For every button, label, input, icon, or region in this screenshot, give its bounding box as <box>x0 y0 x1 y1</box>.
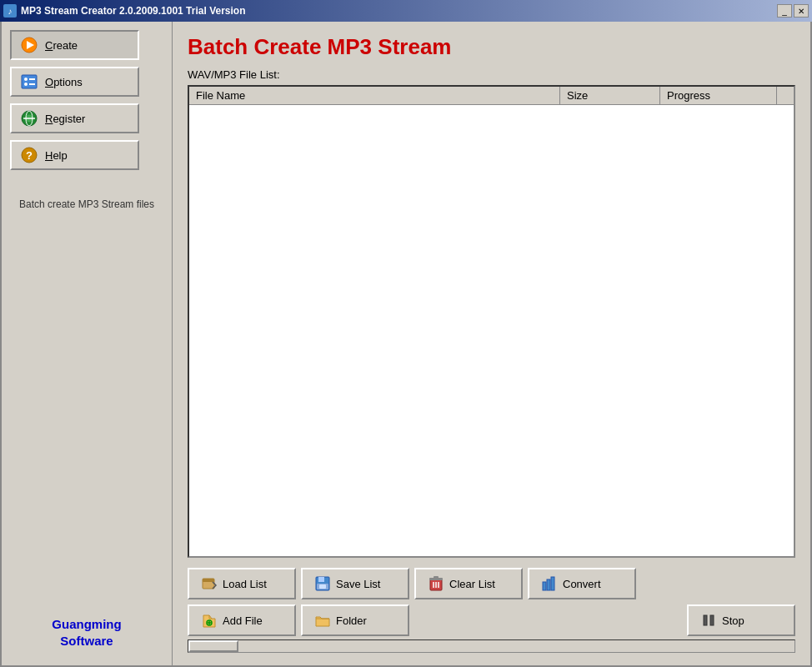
options-label: Options <box>45 76 83 88</box>
add-file-icon <box>201 612 218 629</box>
sidebar-description: Batch create MP3 Stream files <box>10 193 163 216</box>
svg-text:?: ? <box>26 149 33 162</box>
clear-list-icon <box>428 575 444 592</box>
file-list-body <box>189 105 794 439</box>
options-icon <box>20 73 38 91</box>
minimize-button[interactable]: _ <box>777 4 792 18</box>
scrollbar-thumb[interactable] <box>188 640 238 652</box>
svg-rect-18 <box>319 584 326 589</box>
convert-label: Convert <box>563 578 601 590</box>
folder-button[interactable]: Folder <box>301 604 409 636</box>
save-list-button[interactable]: Save List <box>301 568 409 599</box>
load-list-icon <box>201 575 218 592</box>
svg-rect-25 <box>543 582 546 590</box>
help-icon: ? <box>20 146 38 164</box>
stop-label: Stop <box>722 614 744 627</box>
title-bar: ♪ MP3 Stream Creator 2.0.2009.1001 Trial… <box>0 0 812 22</box>
svg-rect-31 <box>704 615 707 625</box>
file-list-container[interactable]: File Name Size Progress <box>188 85 795 558</box>
save-list-icon <box>314 575 331 592</box>
convert-icon <box>541 575 558 592</box>
svg-rect-32 <box>710 615 714 625</box>
col-extra <box>777 87 794 104</box>
svg-rect-16 <box>318 577 324 582</box>
file-list-label: WAV/MP3 File List: <box>188 68 795 81</box>
svg-rect-21 <box>434 576 439 579</box>
register-icon <box>20 109 38 128</box>
svg-rect-27 <box>551 577 554 590</box>
svg-point-5 <box>24 83 28 86</box>
convert-button[interactable]: Convert <box>528 568 636 599</box>
help-button[interactable]: ? Help <box>10 140 139 170</box>
col-size: Size <box>560 87 660 104</box>
stop-icon <box>700 612 717 629</box>
create-button[interactable]: Create <box>10 30 139 60</box>
add-file-label: Add File <box>223 614 263 627</box>
bottom-scrollbar[interactable] <box>188 639 795 653</box>
main-window: Create Options <box>0 22 812 667</box>
svg-rect-26 <box>547 579 550 590</box>
create-label: Create <box>45 39 78 52</box>
register-button[interactable]: Register <box>10 103 139 133</box>
sidebar-footer: Guangming Software <box>10 608 163 657</box>
page-title: Batch Create MP3 Stream <box>188 34 795 60</box>
main-content: Batch Create MP3 Stream WAV/MP3 File Lis… <box>173 22 810 665</box>
sidebar: Create Options <box>2 22 173 665</box>
load-list-button[interactable]: Load List <box>188 568 296 599</box>
buttons-row-1: Load List Save List <box>188 568 795 599</box>
add-file-button[interactable]: Add File <box>188 604 296 636</box>
window-title: MP3 Stream Creator 2.0.2009.1001 Trial V… <box>21 5 245 17</box>
window-controls: _ ✕ <box>777 4 809 18</box>
clear-list-label: Clear List <box>449 578 495 590</box>
buttons-area: Load List Save List <box>188 568 795 636</box>
stop-button[interactable]: Stop <box>687 604 795 636</box>
footer-line2: Software <box>14 633 159 649</box>
help-label: Help <box>45 149 68 162</box>
svg-rect-6 <box>29 83 35 85</box>
register-label: Register <box>45 113 85 125</box>
folder-label: Folder <box>336 614 367 627</box>
close-button[interactable]: ✕ <box>794 4 809 18</box>
load-list-label: Load List <box>223 578 267 590</box>
col-progress: Progress <box>660 87 777 104</box>
svg-rect-4 <box>29 78 35 80</box>
footer-line1: Guangming <box>14 616 159 633</box>
buttons-row-2: Add File Folder <box>188 604 795 636</box>
svg-rect-2 <box>22 75 37 88</box>
table-header: File Name Size Progress <box>189 87 794 105</box>
folder-icon <box>314 612 331 629</box>
clear-list-button[interactable]: Clear List <box>414 568 523 599</box>
col-filename: File Name <box>189 87 560 104</box>
create-icon <box>20 36 38 54</box>
svg-rect-14 <box>203 579 214 582</box>
save-list-label: Save List <box>336 578 380 590</box>
app-icon: ♪ <box>3 4 17 18</box>
svg-point-3 <box>24 78 28 81</box>
options-button[interactable]: Options <box>10 67 139 97</box>
